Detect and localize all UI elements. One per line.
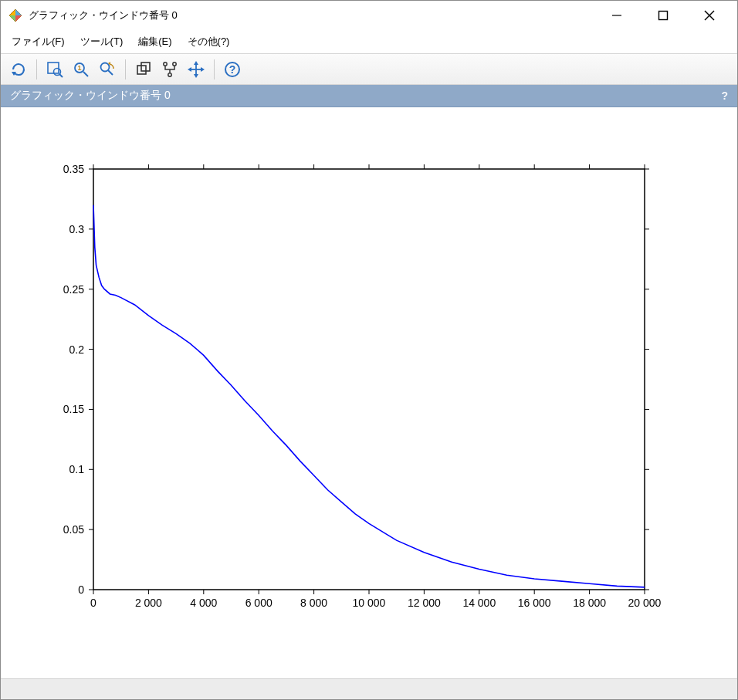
datatip-move-icon[interactable] [184,58,208,81]
y-tick-label: 0.1 [69,464,85,476]
svg-line-14 [83,72,88,76]
y-tick-label: 0.05 [63,523,84,536]
svg-point-21 [173,62,176,65]
svg-marker-25 [194,61,198,65]
toolbar-separator [214,59,215,79]
svg-marker-26 [194,74,198,78]
x-tick-label: 12 000 [408,597,441,609]
y-tick-label: 0.15 [63,404,84,416]
x-tick-label: 4 000 [190,597,217,609]
x-tick-label: 10 000 [353,597,386,609]
close-button[interactable] [686,1,733,30]
tabbar: グラフィック・ウインドウ番号 0 ? [1,85,737,107]
y-tick-label: 0 [78,583,84,596]
help-icon[interactable]: ? [221,58,244,81]
toolbar-separator [36,59,37,79]
zoom-reset-icon[interactable] [96,58,119,81]
x-tick-label: 18 000 [573,597,606,609]
rotate-icon[interactable] [7,58,30,81]
toolbar: 1 [1,53,737,86]
window-controls [594,1,733,30]
svg-line-11 [59,74,63,77]
tab-help-icon[interactable]: ? [721,90,728,102]
ged-icon[interactable] [158,58,181,81]
zoom-area-icon[interactable] [43,58,66,81]
plot-area[interactable]: 00.050.10.150.20.250.30.3502 0004 0006 0… [1,107,737,678]
x-tick-label: 14 000 [462,597,496,609]
y-tick-label: 0.35 [63,163,84,175]
svg-text:?: ? [229,63,236,76]
svg-point-15 [101,63,110,71]
toggle-2d3d-icon[interactable] [132,58,155,81]
x-tick-label: 20 000 [628,597,662,609]
svg-rect-5 [659,12,668,20]
y-tick-label: 0.3 [69,223,85,235]
toolbar-separator [125,59,126,79]
menu-other[interactable]: その他(?) [181,32,236,52]
minimize-button[interactable] [594,1,640,30]
app-window: グラフィック・ウインドウ番号 0 ファイル(F) ツール(T) 編集(E) その… [0,0,738,700]
svg-text:1: 1 [77,64,81,72]
x-tick-label: 6 000 [245,597,273,609]
tab-title[interactable]: グラフィック・ウインドウ番号 0 [10,89,171,103]
menu-file[interactable]: ファイル(F) [5,32,71,52]
x-tick-label: 8 000 [300,597,327,609]
maximize-button[interactable] [640,1,686,30]
app-icon [8,8,22,22]
x-tick-label: 0 [90,597,96,609]
titlebar: グラフィック・ウインドウ番号 0 [1,1,737,30]
svg-line-16 [108,70,113,75]
zoom-fit-icon[interactable]: 1 [69,58,93,81]
y-tick-label: 0.25 [63,283,84,296]
series-line [93,205,645,587]
menu-edit[interactable]: 編集(E) [132,32,178,52]
chart: 00.050.10.150.20.250.30.3502 0004 0006 0… [1,107,737,678]
y-tick-label: 0.2 [69,343,85,356]
svg-rect-31 [93,169,645,590]
svg-marker-27 [188,67,191,72]
window-title: グラフィック・ウインドウ番号 0 [29,8,178,22]
x-tick-label: 16 000 [518,597,551,609]
x-tick-label: 2 000 [135,597,162,609]
svg-marker-28 [201,67,205,72]
menubar: ファイル(F) ツール(T) 編集(E) その他(?) [1,30,737,53]
svg-point-20 [164,62,167,65]
svg-marker-3 [15,15,22,22]
svg-point-22 [168,73,171,76]
statusbar [1,678,737,699]
menu-tools[interactable]: ツール(T) [74,32,130,52]
